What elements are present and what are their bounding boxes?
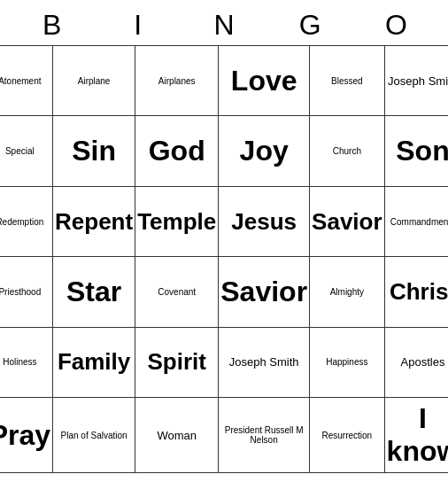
table-cell: Love [219,46,310,116]
table-cell: Sin [53,116,135,186]
table-cell: Son [384,116,448,186]
table-cell: Special [0,116,53,186]
table-cell: Pray [0,398,53,473]
header-n: N [188,9,259,42]
table-row: SpecialSinGodJoyChurchSon [0,116,448,186]
table-cell: Jesus [219,186,310,256]
table-cell: Happiness [310,327,385,397]
table-cell: Savior [310,186,385,256]
bingo-table: AtonementAirplaneAirplanesLoveBlessedJos… [0,45,448,473]
table-row: RedemptionRepentTempleJesusSaviorCommand… [0,186,448,256]
table-cell: Almighty [310,257,385,327]
table-cell: Family [53,327,135,397]
table-cell: Church [310,116,385,186]
table-cell: Savior [219,257,310,327]
table-cell: I know [384,398,448,473]
table-cell: Christ [384,257,448,327]
table-cell: Atonement [0,46,53,116]
table-cell: Redemption [0,186,53,256]
table-cell: Joy [219,116,310,186]
table-cell: President Russell M Nelson [219,398,310,473]
table-cell: Apostles [384,327,448,397]
table-cell: Joseph Smith [384,46,448,116]
table-cell: Woman [135,398,219,473]
table-cell: Joseph Smith [219,327,310,397]
table-cell: Airplane [53,46,135,116]
table-cell: Blessed [310,46,385,116]
table-cell: God [135,116,219,186]
table-cell: Covenant [135,257,219,327]
table-cell: Airplanes [135,46,219,116]
header-o: O [360,9,432,42]
bingo-header: B I N G O [9,9,439,42]
table-cell: Holiness [0,327,53,397]
header-g: G [274,9,346,42]
table-row: PrayPlan of SalvationWomanPresident Russ… [0,398,448,473]
table-cell: Resurrection [310,398,385,473]
header-b: B [16,9,88,42]
table-cell: Star [53,257,135,327]
table-row: AtonementAirplaneAirplanesLoveBlessedJos… [0,46,448,116]
table-row: PriesthoodStarCovenantSaviorAlmightyChri… [0,257,448,327]
table-cell: Spirit [135,327,219,397]
table-cell: Plan of Salvation [53,398,135,473]
header-i: I [102,9,174,42]
table-cell: Commandments [384,186,448,256]
table-cell: Priesthood [0,257,53,327]
table-cell: Repent [53,186,135,256]
table-row: HolinessFamilySpiritJoseph SmithHappines… [0,327,448,397]
table-cell: Temple [135,186,219,256]
